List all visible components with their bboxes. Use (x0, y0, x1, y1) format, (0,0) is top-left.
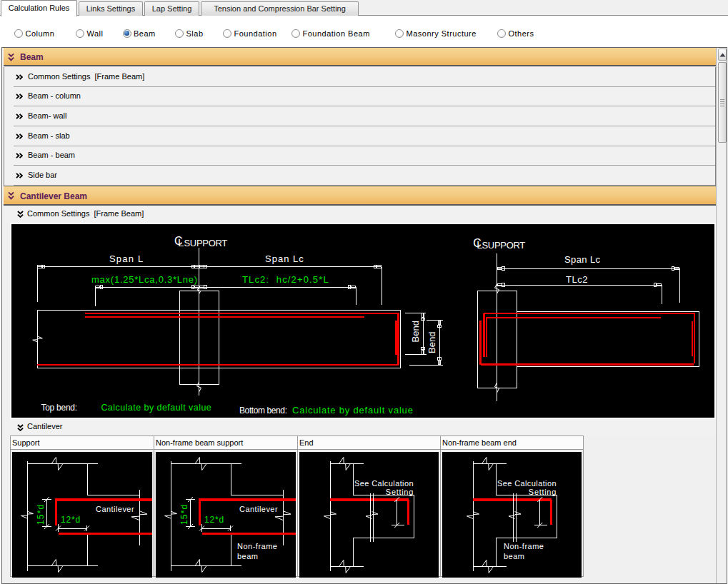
svg-text:12*d: 12*d (204, 515, 224, 525)
svg-text:max(1.25*Lca,0.3*Lne): max(1.25*Lca,0.3*Lne) (91, 274, 198, 285)
svg-text:Top bend:: Top bend: (41, 403, 76, 413)
svg-text:Non-frame: Non-frame (504, 542, 544, 550)
svg-text:Cantilever: Cantilever (239, 505, 278, 513)
svg-text:Setting: Setting (386, 488, 414, 496)
svg-text:beam: beam (504, 552, 525, 560)
svg-text:TLc2: hc/2+0.5*L: TLc2: hc/2+0.5*L (242, 274, 329, 285)
svg-text:Cantilever: Cantilever (96, 505, 134, 513)
svg-text:SUPPORT: SUPPORT (482, 240, 526, 251)
svg-text:Span L: Span L (109, 253, 144, 264)
svg-text:15*d: 15*d (36, 504, 46, 525)
svg-text:TLc2: TLc2 (566, 274, 588, 285)
svg-text:SUPPORT: SUPPORT (184, 238, 228, 248)
svg-text:Span Lc: Span Lc (265, 253, 304, 264)
svg-text:15*d: 15*d (179, 504, 189, 525)
svg-text:Non-frame: Non-frame (237, 542, 277, 550)
svg-text:beam: beam (237, 552, 259, 560)
svg-text:Bend: Bend (410, 321, 421, 342)
svg-text:Setting: Setting (529, 488, 557, 496)
svg-text:Bottom bend:: Bottom bend: (239, 406, 287, 416)
svg-text:Span Lc: Span Lc (564, 254, 601, 265)
svg-text:12*d: 12*d (61, 515, 81, 525)
svg-text:Bend: Bend (427, 332, 437, 353)
svg-text:See Calculation: See Calculation (497, 479, 557, 488)
svg-text:Calculate by default value: Calculate by default value (101, 403, 211, 413)
svg-text:L: L (178, 236, 184, 248)
svg-text:Calculate by default value: Calculate by default value (292, 405, 414, 416)
svg-text:See Calculation: See Calculation (354, 479, 414, 488)
